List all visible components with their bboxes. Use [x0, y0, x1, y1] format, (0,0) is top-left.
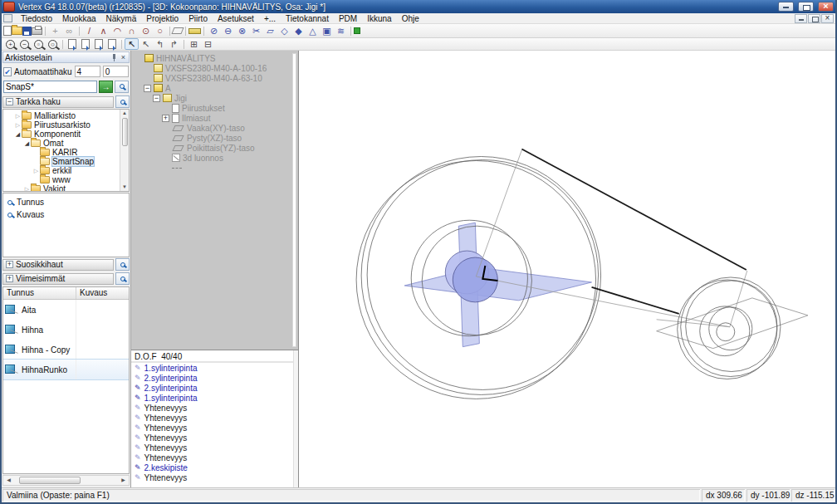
circle-icon[interactable]: ○: [153, 25, 167, 37]
mdi-restore-button[interactable]: [808, 14, 820, 23]
pan-out-icon[interactable]: ⊟: [201, 38, 215, 50]
expander-icon[interactable]: [14, 113, 22, 120]
menu-asetukset[interactable]: Asetukset: [213, 14, 259, 23]
suosikkihaut-header[interactable]: Suosikkihaut: [2, 259, 114, 271]
tarkka-haku-header[interactable]: Tarkka haku: [2, 96, 114, 108]
new-file-icon[interactable]: [3, 26, 12, 36]
close-button[interactable]: [818, 2, 834, 12]
model-tree-item[interactable]: Jigi: [133, 93, 298, 103]
search-mag-button[interactable]: [115, 81, 129, 93]
line-icon[interactable]: /: [82, 25, 96, 37]
autosearch-checkbox[interactable]: [3, 67, 12, 76]
collapse-icon[interactable]: [6, 98, 13, 105]
pin-icon[interactable]: [110, 54, 118, 61]
suosikkihaut-mag-button[interactable]: [115, 258, 130, 271]
plane-icon[interactable]: [171, 27, 184, 34]
autosearch-field-2[interactable]: 0: [103, 66, 129, 77]
model-tree-item[interactable]: Pysty(XZ)-taso: [133, 133, 298, 143]
open-folder-icon[interactable]: [12, 27, 22, 35]
table-row[interactable]: HihnaRunko: [3, 360, 129, 379]
filter-item[interactable]: Kuvaus: [3, 208, 129, 221]
expander-icon[interactable]: [14, 131, 22, 138]
menu-tiedosto[interactable]: Tiedosto: [16, 14, 57, 23]
sheet-up-icon[interactable]: [95, 39, 103, 49]
dimension-icon[interactable]: [188, 28, 201, 34]
tarkka-haku-mag-button[interactable]: [115, 95, 130, 108]
model-tree-item[interactable]: Vaaka(XY)-taso: [133, 123, 298, 133]
select-snap-icon[interactable]: ↖: [139, 38, 153, 50]
tree-item[interactable]: Vakiot: [3, 184, 129, 192]
model-tree-item[interactable]: VXSFS2380-M40-A-100-16: [133, 63, 298, 73]
close-icon[interactable]: ×: [120, 54, 127, 61]
sheet-down-icon[interactable]: [108, 39, 116, 49]
mdi-minimize-button[interactable]: [795, 14, 807, 23]
dof-constraint-row[interactable]: 2.sylinteripinta: [131, 373, 298, 383]
dof-constraint-row[interactable]: Yhtenevyys: [131, 413, 298, 423]
extrude-icon[interactable]: ⊘: [207, 25, 221, 37]
expander-box-icon[interactable]: [162, 115, 169, 122]
pattern-icon[interactable]: ▣: [320, 25, 334, 37]
model-tree-item[interactable]: Piirustukset: [133, 103, 298, 113]
table-row[interactable]: Hihna: [3, 320, 129, 340]
model-tree-item[interactable]: HIHNAVÄLITYS: [133, 53, 298, 63]
expand-icon[interactable]: [6, 275, 13, 282]
zoom-out-icon[interactable]: −: [20, 40, 29, 49]
menu-piirto[interactable]: Piirto: [184, 14, 213, 23]
menu-plus[interactable]: +...: [259, 14, 281, 23]
menu-ikkuna[interactable]: Ikkuna: [362, 14, 396, 23]
model-tree-item[interactable]: [133, 163, 298, 173]
hub-cylinder[interactable]: [445, 251, 497, 302]
dof-constraint-row[interactable]: 1.sylinteripinta: [131, 393, 298, 403]
scroll-thumb[interactable]: [122, 118, 128, 146]
dof-constraint-row[interactable]: Yhtenevyys: [131, 433, 298, 443]
sheet-back-icon[interactable]: [68, 39, 76, 49]
dof-constraint-row[interactable]: Yhtenevyys: [131, 453, 298, 462]
scroll-right-icon[interactable]: ▶: [118, 476, 129, 485]
minimize-button[interactable]: [778, 2, 794, 12]
dof-constraint-row[interactable]: 2.keskipiste: [131, 462, 298, 472]
table-hscrollbar[interactable]: ◀ ▶: [2, 475, 130, 486]
face-icon[interactable]: ▱: [263, 25, 277, 37]
small-pulley-plane[interactable]: [657, 298, 808, 349]
expander-icon[interactable]: [23, 186, 31, 193]
pan-in-icon[interactable]: ⊞: [187, 38, 201, 50]
expander-box-icon[interactable]: [144, 85, 151, 92]
zoom-in-icon[interactable]: +: [6, 40, 15, 49]
sweep-icon[interactable]: ⊗: [235, 25, 249, 37]
helix-icon[interactable]: ≋: [334, 25, 348, 37]
3d-viewport[interactable]: [299, 51, 835, 487]
select-edge-icon[interactable]: ↰: [153, 38, 167, 50]
column-tunnus[interactable]: Tunnus: [3, 287, 76, 299]
trim-icon[interactable]: ✂: [249, 25, 263, 37]
dof-scrollbar[interactable]: [293, 350, 298, 487]
scroll-up-icon[interactable]: ▲: [121, 110, 129, 117]
restore-button[interactable]: [798, 2, 814, 12]
autosearch-field-1[interactable]: 4: [75, 66, 100, 77]
search-go-button[interactable]: →: [99, 81, 113, 93]
draft-icon[interactable]: △: [306, 25, 320, 37]
document-icon[interactable]: [3, 14, 12, 22]
menu-tietokannat[interactable]: Tietokannat: [281, 14, 334, 23]
model-tree-item[interactable]: A: [133, 83, 298, 93]
expand-icon[interactable]: [6, 261, 13, 268]
arc-icon[interactable]: ◠: [110, 25, 125, 37]
model-tree-scrollbar[interactable]: [292, 53, 296, 347]
column-kuvaus[interactable]: Kuvaus: [76, 287, 129, 299]
ref-add-icon[interactable]: +: [48, 25, 62, 37]
loft-icon[interactable]: ◇: [277, 25, 291, 37]
filter-item[interactable]: Tunnus: [3, 196, 129, 208]
dof-constraint-row[interactable]: Yhtenevyys: [131, 443, 298, 453]
model-tree-item[interactable]: Ilmiasut: [133, 113, 298, 123]
model-tree-item[interactable]: VXSFS2380-M40-A-63-10: [133, 73, 298, 83]
dof-constraint-row[interactable]: 1.sylinteripinta: [131, 363, 298, 373]
sheet-forward-icon[interactable]: [81, 39, 90, 49]
scroll-thumb[interactable]: [19, 477, 81, 484]
viimeisimmat-mag-button[interactable]: [115, 272, 130, 285]
sketch-plane-horizontal[interactable]: [404, 267, 591, 301]
scroll-down-icon[interactable]: ▼: [121, 183, 129, 191]
revolve-icon[interactable]: ⊖: [221, 25, 235, 37]
menu-nakyma[interactable]: Näkymä: [101, 14, 142, 23]
viimeisimmat-header[interactable]: Viimeisimmät: [2, 273, 114, 285]
small-pulley[interactable]: [678, 277, 781, 379]
ref-link-icon[interactable]: ∞: [62, 25, 76, 37]
